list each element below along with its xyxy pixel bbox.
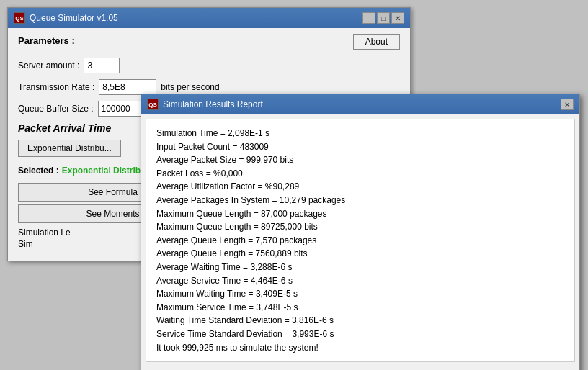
result-line: It took 999,925 ms to simulate the syste…	[156, 341, 564, 355]
transmission-rate-label: Transmission Rate :	[18, 82, 94, 92]
result-line: Average Service Time = 4,464E-6 s	[156, 274, 564, 288]
results-app-icon: QS	[147, 99, 159, 110]
result-line: Service Time Standard Deviation = 3,993E…	[156, 328, 564, 341]
selected-label: Selected :	[18, 166, 59, 176]
result-line: Average Waiting Time = 3,288E-6 s	[156, 261, 564, 274]
title-controls: – □ ✕	[362, 12, 404, 24]
maximize-button[interactable]: □	[377, 12, 390, 24]
main-title-bar: QS Queue Simulator v1.05 – □ ✕	[8, 8, 410, 28]
result-line: Waiting Time Standard Deviation = 3,816E…	[156, 314, 564, 328]
result-line: Maximum Service Time = 3,748E-5 s	[156, 301, 564, 315]
transmission-rate-row: Transmission Rate : bits per second	[18, 79, 400, 95]
results-title-bar: QS Simulation Results Report ✕	[141, 94, 579, 114]
queue-buffer-label: Queue Buffer Size :	[18, 104, 94, 114]
title-bar-left: QS Queue Simulator v1.05	[14, 12, 118, 24]
result-line: Average Packet Size = 999,970 bits	[156, 153, 564, 167]
results-window: QS Simulation Results Report ✕ Simulatio…	[141, 94, 580, 370]
results-title: Simulation Results Report	[163, 99, 263, 109]
result-line: Average Queue Length = 7,570 packages	[156, 234, 564, 248]
results-content: Simulation Time = 2,098E-1 sInput Packet…	[146, 119, 575, 362]
server-amount-label: Server amount :	[18, 60, 79, 71]
app-icon: QS	[14, 12, 25, 24]
result-line: Maximum Queue Length = 87,000 packages	[156, 207, 564, 221]
result-line: Maximum Waiting Time = 3,409E-5 s	[156, 287, 564, 301]
result-line: Average Queue Length = 7560,889 bits	[156, 247, 564, 261]
minimize-button[interactable]: –	[362, 12, 375, 24]
distribution-button[interactable]: Exponential Distribu...	[18, 140, 121, 157]
result-line: Average Packages In System = 10,279 pack…	[156, 194, 564, 207]
results-title-left: QS Simulation Results Report	[147, 99, 263, 110]
result-line: Average Utilization Factor = %90,289	[156, 180, 564, 194]
main-title: Queue Simulator v1.05	[30, 13, 118, 23]
selected-value: Exponential Distrib...	[62, 166, 148, 176]
server-amount-row: Server amount :	[18, 58, 400, 73]
result-line: Packet Loss = %0,000	[156, 167, 564, 181]
about-button[interactable]: About	[353, 34, 400, 50]
result-line: Input Packet Count = 483009	[156, 140, 564, 154]
main-close-button[interactable]: ✕	[391, 12, 404, 24]
result-line: Maximum Queue Length = 89725,000 bits	[156, 220, 564, 234]
transmission-rate-unit: bits per second	[161, 82, 219, 92]
result-line: Simulation Time = 2,098E-1 s	[156, 127, 564, 140]
server-amount-input[interactable]	[84, 58, 120, 73]
parameters-label: Parameters :	[18, 35, 75, 46]
results-close-button[interactable]: ✕	[561, 99, 574, 110]
transmission-rate-input[interactable]	[99, 79, 156, 95]
results-footer: See Waiting Time Histogram OK See Servic…	[141, 366, 579, 370]
